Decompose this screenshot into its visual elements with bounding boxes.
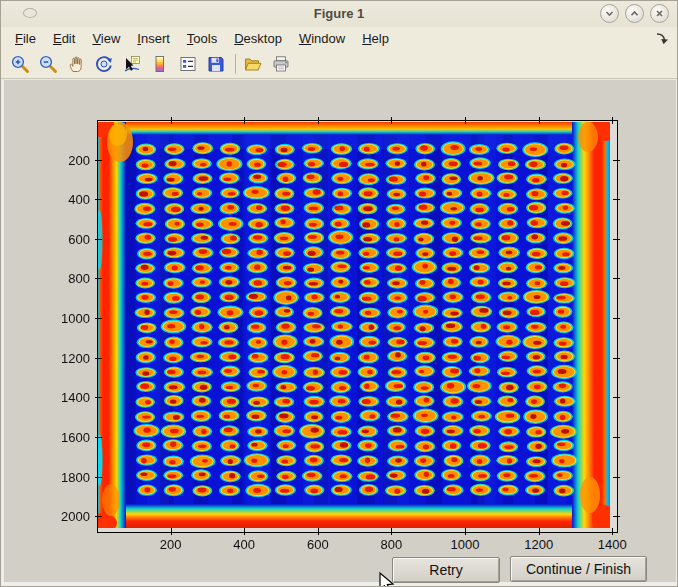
close-button[interactable] [650, 4, 669, 23]
y-tick-mark [95, 437, 102, 438]
x-tick-mark [244, 528, 245, 535]
y-tick-mark [95, 516, 102, 517]
y-tick-label: 1800 [46, 470, 90, 485]
legend-icon [178, 54, 198, 74]
retry-button[interactable]: Retry [392, 557, 500, 583]
printer-icon [271, 54, 291, 74]
x-tick-label: 800 [381, 537, 403, 552]
figure-background: 2004006008001000120014002004006008001000… [4, 80, 676, 582]
x-tick-mark [318, 117, 319, 124]
y-tick-mark [95, 397, 102, 398]
y-tick-mark [95, 477, 102, 478]
y-tick-label: 1600 [46, 430, 90, 445]
x-tick-mark [318, 528, 319, 535]
menu-insert[interactable]: Insert [137, 31, 170, 46]
maximize-button[interactable] [625, 4, 644, 23]
y-tick-label: 800 [46, 271, 90, 286]
y-tick-label: 1400 [46, 390, 90, 405]
close-icon [654, 8, 665, 19]
x-tick-mark [244, 117, 245, 124]
rotate-3d-tool[interactable] [93, 52, 117, 76]
y-tick-mark [613, 318, 620, 319]
y-tick-label: 2000 [46, 509, 90, 524]
menu-tools[interactable]: Tools [187, 31, 217, 46]
menu-window[interactable]: Window [299, 31, 345, 46]
y-tick-mark [613, 160, 620, 161]
chevron-up-icon [629, 8, 640, 19]
x-tick-mark [612, 117, 613, 124]
x-tick-label: 200 [160, 537, 182, 552]
figure-client-area: 2004006008001000120014002004006008001000… [1, 80, 678, 587]
print-tool[interactable] [270, 52, 294, 76]
dock-figure-arrow-icon[interactable] [655, 31, 669, 45]
minimize-button[interactable] [600, 4, 619, 23]
x-tick-mark [539, 528, 540, 535]
menu-desktop[interactable]: Desktop [234, 31, 282, 46]
x-tick-mark [465, 117, 466, 124]
magnifier-plus-icon [10, 54, 30, 74]
y-tick-mark [613, 239, 620, 240]
y-tick-mark [613, 278, 620, 279]
open-file-tool[interactable] [242, 52, 266, 76]
open-folder-icon [243, 54, 263, 74]
y-tick-label: 1000 [46, 311, 90, 326]
y-tick-mark [613, 437, 620, 438]
menu-file[interactable]: File [15, 31, 36, 46]
insert-colorbar-tool[interactable] [149, 52, 173, 76]
floppy-disk-icon [206, 54, 226, 74]
y-tick-label: 200 [46, 153, 90, 168]
figure-window: Figure 1 File Edit View Insert Tools Des… [0, 0, 678, 587]
menu-help[interactable]: Help [362, 31, 389, 46]
menubar: File Edit View Insert Tools Desktop Wind… [1, 27, 677, 49]
datatip-icon [122, 54, 142, 74]
toolbar [1, 49, 677, 79]
y-tick-mark [95, 358, 102, 359]
x-tick-mark [612, 528, 613, 535]
y-tick-mark [613, 516, 620, 517]
x-tick-mark [539, 117, 540, 124]
pan-tool[interactable] [65, 52, 89, 76]
zoom-in-tool[interactable] [9, 52, 33, 76]
y-tick-mark [613, 477, 620, 478]
window-title: Figure 1 [1, 6, 677, 21]
x-tick-mark [391, 528, 392, 535]
continue-finish-button[interactable]: Continue / Finish [510, 556, 647, 582]
chevron-down-icon [604, 8, 615, 19]
y-tick-label: 400 [46, 192, 90, 207]
y-tick-mark [95, 318, 102, 319]
toolbar-separator [235, 54, 236, 74]
data-cursor-tool[interactable] [121, 52, 145, 76]
y-tick-mark [95, 278, 102, 279]
x-tick-mark [465, 528, 466, 535]
x-tick-label: 400 [233, 537, 255, 552]
x-tick-label: 1000 [451, 537, 480, 552]
x-tick-mark [171, 117, 172, 124]
y-tick-mark [95, 160, 102, 161]
insert-legend-tool[interactable] [177, 52, 201, 76]
x-tick-label: 600 [307, 537, 329, 552]
y-tick-mark [95, 199, 102, 200]
y-tick-mark [613, 358, 620, 359]
x-tick-label: 1200 [524, 537, 553, 552]
y-tick-mark [95, 239, 102, 240]
window-controls [600, 4, 669, 23]
x-tick-label: 1400 [598, 537, 627, 552]
y-tick-label: 600 [46, 232, 90, 247]
y-tick-mark [613, 199, 620, 200]
rotate-icon [94, 54, 114, 74]
plot-image[interactable] [98, 122, 610, 528]
y-tick-mark [613, 397, 620, 398]
menu-view[interactable]: View [92, 31, 120, 46]
zoom-out-tool[interactable] [37, 52, 61, 76]
y-tick-label: 1200 [46, 351, 90, 366]
hand-icon [66, 54, 86, 74]
magnifier-minus-icon [38, 54, 58, 74]
menu-edit[interactable]: Edit [53, 31, 75, 46]
x-tick-mark [171, 528, 172, 535]
colorbar-icon [150, 54, 170, 74]
titlebar: Figure 1 [1, 1, 677, 27]
x-tick-mark [391, 117, 392, 124]
save-tool[interactable] [205, 52, 229, 76]
